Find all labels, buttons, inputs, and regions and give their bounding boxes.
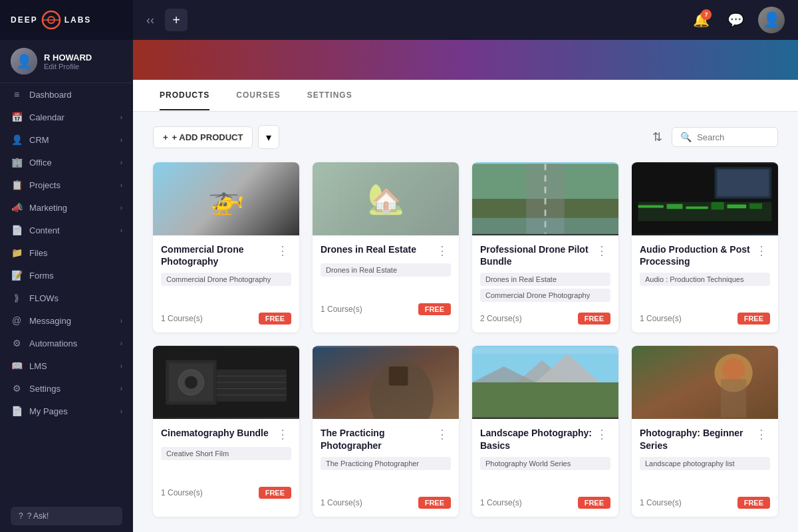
course-count: 1 Course(s) [161, 488, 203, 497]
sidebar-item-dashboard[interactable]: ≡ Dashboard [0, 83, 133, 106]
product-title: Cinematography Bundle [161, 427, 274, 439]
tab-products[interactable]: PRODUCTS [160, 81, 209, 110]
sidebar-item-projects[interactable]: 📋 Projects › [0, 174, 133, 196]
projects-icon: 📋 [11, 180, 23, 190]
product-tags: Commercial Drone Photography [161, 273, 291, 306]
course-count: 1 Course(s) [321, 498, 362, 507]
sidebar-item-settings[interactable]: ⚙ Settings › [0, 377, 133, 400]
svg-rect-10 [638, 205, 664, 208]
svg-rect-32 [389, 366, 408, 386]
user-profile[interactable]: 👤 R HOWARD Edit Profile [0, 40, 133, 83]
product-card-drones-real-estate: 🏡 Drones in Real Estate ⋮ Drones in Real… [313, 162, 459, 332]
new-item-button[interactable]: + [165, 9, 188, 31]
collapse-sidebar-button[interactable]: ‹‹ [146, 13, 154, 27]
sidebar-item-lms[interactable]: 📖 LMS › [0, 354, 133, 377]
product-image-roadway [472, 162, 618, 235]
sidebar-label-lms: LMS [29, 361, 114, 371]
messages-button[interactable]: 💬 [724, 8, 747, 32]
product-body: The Practicing Photographer ⋮ The Practi… [313, 419, 459, 516]
notifications-button[interactable]: 🔔 7 [689, 8, 713, 32]
dashboard-icon: ≡ [11, 89, 23, 100]
product-tag: Drones in Real Estate [321, 263, 451, 277]
forms-icon: 📝 [11, 270, 23, 281]
product-menu-button[interactable]: ⋮ [434, 427, 451, 442]
product-menu-button[interactable]: ⋮ [593, 243, 610, 258]
user-info: R HOWARD Edit Profile [44, 53, 92, 70]
ask-label: ? Ask! [27, 511, 49, 521]
crm-icon: 👤 [11, 134, 23, 145]
sidebar-item-marketing[interactable]: 📣 Marketing › [0, 196, 133, 219]
ask-button[interactable]: ? ? Ask! [11, 507, 122, 525]
sidebar-item-forms[interactable]: 📝 Forms [0, 264, 133, 287]
svg-rect-34 [472, 382, 618, 418]
sidebar-label-messaging: Messaging [29, 316, 114, 326]
product-footer: 1 Course(s) FREE [480, 497, 610, 509]
product-menu-button[interactable]: ⋮ [753, 243, 770, 258]
tabs-bar: PRODUCTS COURSES SETTINGS [133, 80, 798, 112]
product-menu-button[interactable]: ⋮ [434, 243, 451, 258]
product-tags: Audio : Production Techniques [640, 273, 770, 306]
sidebar-item-calendar[interactable]: 📅 Calendar › [0, 106, 133, 128]
free-badge: FREE [418, 497, 451, 509]
sidebar-item-automations[interactable]: ⚙ Automations › [0, 332, 133, 354]
free-badge: FREE [418, 303, 451, 315]
files-icon: 📁 [11, 247, 23, 258]
product-menu-button[interactable]: ⋮ [274, 427, 291, 442]
user-avatar-topbar[interactable]: 👤 [758, 7, 785, 33]
product-tags: Drones in Real Estate Commercial Drone P… [480, 273, 610, 306]
product-body: Cinematography Bundle ⋮ Creative Short F… [153, 419, 299, 507]
svg-rect-12 [686, 206, 708, 209]
main-area: ‹‹ + 🔔 7 💬 👤 PRODUCTS COURSES SETTINGS + [133, 0, 798, 532]
product-title-row: Drones in Real Estate ⋮ [321, 243, 451, 258]
sidebar-item-my-pages[interactable]: 📄 My Pages › [0, 400, 133, 422]
sidebar-header: DEEP LABS [0, 0, 133, 40]
svg-rect-11 [667, 204, 683, 209]
product-card-cinematography: Cinematography Bundle ⋮ Creative Short F… [153, 346, 299, 516]
sort-button[interactable]: ⇅ [650, 127, 665, 147]
sidebar-item-crm[interactable]: 👤 CRM › [0, 128, 133, 151]
office-icon: 🏢 [11, 157, 23, 168]
svg-rect-15 [749, 203, 762, 209]
svg-rect-39 [632, 348, 778, 418]
sidebar-label-calendar: Calendar [29, 112, 114, 122]
sidebar-item-flows[interactable]: ⟫ FLOWs [0, 287, 133, 309]
sidebar-item-office[interactable]: 🏢 Office › [0, 151, 133, 174]
avatar-icon: 👤 [763, 11, 781, 29]
search-input[interactable] [697, 132, 769, 142]
course-count: 1 Course(s) [640, 314, 682, 323]
product-image-drone: 🚁 [153, 162, 299, 235]
product-menu-button[interactable]: ⋮ [753, 427, 770, 442]
course-count: 1 Course(s) [161, 314, 203, 323]
ask-icon: ? [19, 511, 23, 521]
tab-settings[interactable]: SETTINGS [307, 81, 352, 110]
sidebar-item-content[interactable]: 📄 Content › [0, 219, 133, 241]
sidebar-item-files[interactable]: 📁 Files [0, 241, 133, 264]
sidebar-nav: ≡ Dashboard 📅 Calendar › 👤 CRM › 🏢 Offic… [0, 83, 133, 422]
free-badge: FREE [259, 313, 291, 325]
product-menu-button[interactable]: ⋮ [593, 427, 610, 442]
product-footer: 1 Course(s) FREE [321, 303, 451, 315]
sidebar-item-messaging[interactable]: @ Messaging › [0, 309, 133, 332]
product-title: Audio Production & Post Processing [640, 243, 753, 267]
lms-icon: 📖 [11, 360, 23, 371]
product-card-photo-beginner: Photography: Beginner Series ⋮ Landscape… [632, 346, 778, 516]
product-body: Landscape Photography: Basics ⋮ Photogra… [472, 419, 618, 516]
chat-icon: 💬 [728, 12, 744, 28]
chevron-down-icon: ▾ [266, 131, 271, 144]
add-product-dropdown-button[interactable]: ▾ [258, 125, 279, 149]
product-card-practicing-photographer: The Practicing Photographer ⋮ The Practi… [313, 346, 459, 516]
roadway-svg [472, 162, 618, 235]
add-product-button[interactable]: + + ADD PRODUCT [153, 126, 253, 148]
svg-point-41 [722, 358, 745, 381]
user-avatar: 👤 [11, 48, 37, 74]
cinema-svg [153, 346, 299, 419]
product-title-row: Cinematography Bundle ⋮ [161, 427, 291, 442]
tab-courses[interactable]: COURSES [236, 81, 280, 110]
product-title: Professional Drone Pilot Bundle [480, 243, 593, 267]
chevron-right-icon: › [120, 114, 122, 121]
settings-icon: ⚙ [11, 383, 23, 394]
logo: DEEP LABS [11, 9, 91, 31]
product-menu-button[interactable]: ⋮ [274, 243, 291, 258]
hero-overlay [133, 40, 798, 80]
edit-profile-link[interactable]: Edit Profile [44, 63, 92, 70]
